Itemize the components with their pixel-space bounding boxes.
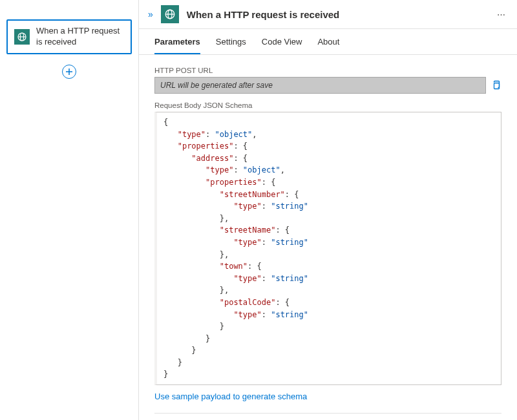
plus-icon <box>65 68 73 76</box>
designer-canvas: When a HTTP request is received <box>0 0 139 420</box>
trigger-card-title: When a HTTP request is received <box>36 26 124 48</box>
add-step-row <box>6 65 132 79</box>
tab-parameters[interactable]: Parameters <box>154 37 200 54</box>
tab-settings[interactable]: Settings <box>216 37 246 54</box>
tab-code-view[interactable]: Code View <box>262 37 302 54</box>
schema-input[interactable]: { "type": "object", "properties": { "add… <box>154 112 501 385</box>
copy-icon[interactable] <box>491 80 501 90</box>
url-field: URL will be generated after save <box>154 77 486 94</box>
parameters-body: HTTP POST URL URL will be generated afte… <box>139 55 517 420</box>
tab-about[interactable]: About <box>317 37 339 54</box>
divider <box>154 413 501 414</box>
pane-title: When a HTTP request is received <box>187 9 487 20</box>
trigger-card[interactable]: When a HTTP request is received <box>6 19 132 54</box>
properties-pane: » When a HTTP request is received ⋯ Para… <box>139 0 517 420</box>
add-step-button[interactable] <box>62 65 76 79</box>
url-label: HTTP POST URL <box>154 67 501 74</box>
url-row: URL will be generated after save <box>154 77 501 94</box>
collapse-icon[interactable]: » <box>148 9 153 19</box>
overflow-menu-icon[interactable]: ⋯ <box>494 10 508 19</box>
tab-bar: Parameters Settings Code View About <box>139 29 517 55</box>
pane-header: » When a HTTP request is received ⋯ <box>139 0 517 29</box>
schema-label: Request Body JSON Schema <box>154 101 501 109</box>
http-request-icon <box>14 29 30 45</box>
sample-payload-link[interactable]: Use sample payload to generate schema <box>154 392 307 401</box>
http-request-icon <box>161 5 179 23</box>
